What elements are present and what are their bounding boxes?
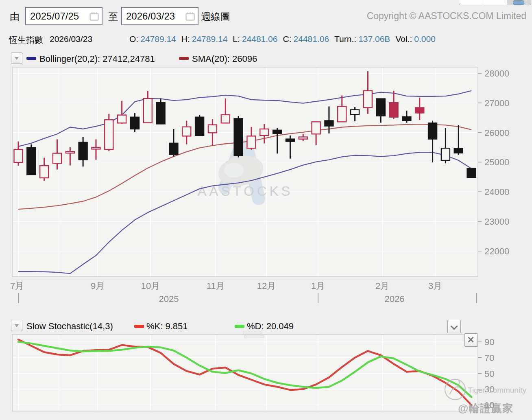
from-date-input[interactable]: 2025/07/25 [25, 7, 102, 25]
candlestick [351, 110, 359, 115]
from-date-value: 2025/07/25 [30, 11, 79, 22]
candlestick [92, 147, 100, 149]
collapse-panel-button[interactable] [447, 320, 461, 333]
toolbar-button-3[interactable] [507, 0, 531, 5]
d-value-label: %D: 20.049 [247, 321, 294, 332]
scrollbar-thumb[interactable] [243, 331, 262, 334]
toolbar-button-2[interactable] [483, 0, 507, 5]
candlestick [467, 168, 476, 177]
scrollbar-thumb[interactable] [244, 335, 264, 338]
candlestick [182, 127, 191, 136]
quote-header: 恆生指數 2026/03/23 [9, 34, 92, 46]
y-axis-label: 90 [484, 337, 494, 347]
quote-date: 2026/03/23 [50, 34, 92, 46]
candlestick [66, 151, 74, 153]
quote-field-label: L: [233, 34, 240, 44]
quote-field-value: 24789.14 [140, 34, 176, 44]
x-axis-month-label: 11月 [207, 281, 225, 291]
candlestick [40, 166, 48, 178]
candlestick [338, 107, 346, 122]
x-axis-month-label: 1月 [311, 281, 325, 291]
quote-field-value: 24481.06 [293, 34, 329, 44]
watermark-handle-text: @輪證贏家 [458, 402, 514, 414]
bollinger-legend-label: Bollinger(20,2): 27412,24781 [39, 54, 155, 64]
bollinger-legend-dash [26, 57, 36, 60]
quote-field: Vol.:0.000 [395, 34, 435, 44]
candlestick [325, 120, 333, 126]
quote-field-value: 24789.14 [192, 34, 228, 44]
quote-field-label: Vol.: [395, 34, 412, 44]
chart-mode-icon [513, 0, 524, 5]
y-axis-label: 28000 [484, 68, 509, 79]
candlestick [79, 142, 87, 160]
y-axis-label: 23000 [484, 217, 509, 227]
toolbar-partial[interactable] [459, 0, 531, 5]
sma-legend-label: SMA(20): 26096 [192, 54, 257, 64]
quote-fields: O:24789.14H:24789.14L:24481.06C:24481.06… [129, 34, 436, 44]
quote-field-value: 137.06B [358, 34, 390, 44]
candlestick [260, 129, 268, 136]
candlestick [169, 143, 178, 155]
watermark-community-text: Tiger Community [468, 386, 526, 394]
to-date-input[interactable]: 2026/03/23 [121, 7, 198, 25]
close-panel-button[interactable] [464, 333, 478, 347]
candlestick [377, 99, 385, 116]
x-axis-month-label: 7月 [10, 281, 24, 291]
x-axis-month-label: 10月 [141, 281, 160, 291]
y-axis-label: 24000 [484, 187, 509, 197]
x-axis-month-label: 9月 [91, 281, 105, 291]
from-label: 由 [10, 10, 20, 23]
index-name: 恆生指數 [9, 34, 43, 46]
x-axis-month-label: 2月 [375, 281, 389, 291]
y-axis-label: 70 [484, 353, 494, 363]
candlestick [131, 117, 139, 129]
quote-field-label: C: [283, 34, 291, 44]
to-label: 至 [108, 10, 118, 23]
candlestick [415, 107, 424, 113]
x-axis-month-label: 12月 [257, 281, 276, 291]
y-axis-label: 22000 [484, 246, 509, 256]
candlestick [247, 136, 255, 148]
candlestick [441, 148, 450, 160]
quote-field-value: 24481.06 [242, 34, 278, 44]
candlestick [364, 91, 372, 107]
candlestick [105, 120, 113, 149]
quote-field: O:24789.14 [129, 34, 176, 44]
candlestick [208, 125, 217, 133]
quote-field: C:24481.06 [283, 34, 329, 44]
quote-field-label: H: [181, 34, 190, 44]
sma-legend-dash [179, 57, 189, 60]
calendar-icon[interactable] [185, 12, 195, 21]
candlestick [286, 139, 294, 142]
candlestick [402, 117, 411, 120]
candlestick [312, 122, 321, 134]
y-axis-label: 26000 [484, 128, 509, 138]
x-axis-year-label: 2025 [159, 294, 179, 304]
x-axis-year-label: 2026 [385, 294, 405, 304]
quote-field-label: O: [129, 34, 138, 44]
candlestick [390, 103, 398, 117]
stochastic-title: Slow Stochastic(14,3) [26, 321, 113, 332]
candlestick [144, 98, 152, 123]
stochastic-dropdown-button[interactable] [11, 320, 22, 331]
x-axis-month-label: 3月 [428, 281, 442, 291]
period-type-label: 週線圖 [201, 10, 230, 23]
y-axis-label: 27000 [484, 98, 509, 108]
candlestick [428, 123, 437, 139]
candlestick [195, 117, 204, 136]
copyright-text: Copyright © AASTOCKS.COM Limited [367, 11, 526, 22]
quote-field-label: Turn.: [334, 34, 356, 44]
toolbar-button-1[interactable] [459, 0, 483, 5]
quote-field: Turn.:137.06B [334, 34, 390, 44]
y-axis-label: 25000 [484, 157, 509, 167]
calendar-icon[interactable] [89, 12, 99, 21]
indicator-dropdown-button[interactable] [11, 52, 22, 64]
y-axis-label: 50 [484, 369, 494, 379]
quote-field: H:24789.14 [181, 34, 228, 44]
to-date-value: 2026/03/23 [126, 11, 175, 22]
candlestick [234, 118, 243, 155]
candlestick [118, 115, 126, 123]
candlestick [14, 149, 23, 162]
quote-field: L:24481.06 [233, 34, 277, 44]
candlestick [27, 148, 35, 175]
